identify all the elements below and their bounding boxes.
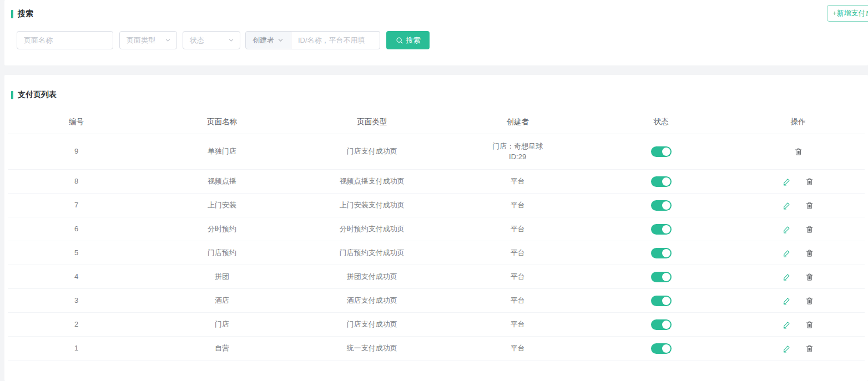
row-id: 8 xyxy=(8,176,145,187)
status-toggle[interactable] xyxy=(651,296,672,306)
row-creator-cell: 平台 xyxy=(445,319,590,330)
status-select[interactable]: 状态 xyxy=(183,31,240,49)
row-id: 3 xyxy=(8,296,145,306)
search-form: 页面类型 状态 创建者 搜索 xyxy=(17,31,430,49)
chevron-down-icon xyxy=(228,37,234,43)
toggle-knob xyxy=(662,344,670,353)
delete-button[interactable] xyxy=(805,177,814,186)
row-page-name: 门店 xyxy=(145,319,299,330)
column-header-type: 页面类型 xyxy=(299,116,445,128)
table-row: 8 视频点播 视频点播支付成功页 平台 xyxy=(8,170,865,194)
delete-button[interactable] xyxy=(805,297,814,305)
delete-button[interactable] xyxy=(805,321,814,329)
row-creator: 平台 xyxy=(511,344,525,352)
row-page-type: 统一支付成功页 xyxy=(299,343,445,354)
delete-button[interactable] xyxy=(805,225,814,233)
row-creator-cell: 平台 xyxy=(445,176,590,187)
edit-button[interactable] xyxy=(783,297,791,305)
row-page-name: 上门安装 xyxy=(145,200,299,211)
status-toggle[interactable] xyxy=(651,272,672,282)
row-page-type: 门店预约支付成功页 xyxy=(299,248,445,258)
add-payment-page-button[interactable]: +新增支付成功 xyxy=(827,5,868,22)
status-toggle[interactable] xyxy=(651,200,672,211)
edit-button[interactable] xyxy=(783,249,791,257)
status-toggle[interactable] xyxy=(651,146,672,157)
search-button[interactable]: 搜索 xyxy=(386,31,430,49)
row-creator: 门店：奇想星球 xyxy=(492,142,543,150)
delete-button[interactable] xyxy=(805,201,814,210)
edit-button[interactable] xyxy=(783,201,791,210)
toggle-knob xyxy=(662,273,670,281)
row-status-cell xyxy=(591,146,732,157)
page-type-select[interactable]: 页面类型 xyxy=(119,31,177,49)
trash-icon xyxy=(805,273,814,281)
row-page-type: 门店支付成功页 xyxy=(299,319,445,330)
column-header-name: 页面名称 xyxy=(145,116,299,128)
status-toggle[interactable] xyxy=(651,319,672,330)
trash-icon xyxy=(805,201,814,210)
edit-icon xyxy=(783,177,791,186)
search-button-label: 搜索 xyxy=(406,35,421,45)
edit-button[interactable] xyxy=(783,225,791,233)
keyword-input[interactable] xyxy=(291,31,380,49)
row-creator-cell: 平台 xyxy=(445,248,590,258)
trash-icon xyxy=(805,321,814,329)
row-id: 4 xyxy=(8,272,145,282)
status-toggle[interactable] xyxy=(651,248,672,258)
creator-select[interactable]: 创建者 xyxy=(245,31,291,49)
table-row: 6 分时预约 分时预约支付成功页 平台 xyxy=(8,217,865,241)
row-id: 7 xyxy=(8,200,145,211)
trash-icon xyxy=(805,297,814,305)
list-title-text: 支付页列表 xyxy=(18,90,57,100)
edit-button[interactable] xyxy=(783,344,791,353)
row-id: 5 xyxy=(8,248,145,258)
row-page-type: 拼团支付成功页 xyxy=(299,272,445,282)
edit-button[interactable] xyxy=(783,321,791,329)
table-row: 7 上门安装 上门安装支付成功页 平台 xyxy=(8,194,865,217)
search-section-title: 搜索 xyxy=(11,9,33,19)
accent-bar xyxy=(11,10,13,18)
delete-button[interactable] xyxy=(805,249,814,257)
row-ops-cell xyxy=(732,177,865,186)
accent-bar xyxy=(11,91,13,99)
row-id: 2 xyxy=(8,319,145,330)
status-toggle[interactable] xyxy=(651,343,672,354)
row-creator: 平台 xyxy=(511,296,525,304)
edit-button[interactable] xyxy=(783,273,791,281)
toggle-knob xyxy=(662,201,670,210)
edit-button[interactable] xyxy=(783,177,791,186)
delete-button[interactable] xyxy=(805,344,814,353)
toggle-knob xyxy=(662,148,670,156)
toggle-knob xyxy=(662,249,670,257)
status-toggle[interactable] xyxy=(651,176,672,187)
delete-button[interactable] xyxy=(794,148,803,156)
search-icon xyxy=(396,37,403,44)
table-row: 3 酒店 酒店支付成功页 平台 xyxy=(8,289,865,313)
trash-icon xyxy=(805,344,814,353)
delete-button[interactable] xyxy=(805,273,814,281)
row-creator: 平台 xyxy=(511,320,525,328)
row-creator: 平台 xyxy=(511,248,525,257)
toggle-knob xyxy=(662,297,670,305)
page-name-input[interactable] xyxy=(17,31,113,49)
row-creator-cell: 平台 xyxy=(445,200,590,211)
row-id: 6 xyxy=(8,224,145,235)
table-body: 9 单独门店 门店支付成功页 门店：奇想星球 ID:29 xyxy=(8,134,865,360)
row-ops-cell xyxy=(732,249,865,257)
row-creator-cell: 平台 xyxy=(445,296,590,306)
row-ops-cell xyxy=(732,148,865,156)
row-creator: 平台 xyxy=(511,225,525,233)
edit-icon xyxy=(783,225,791,233)
row-creator: 平台 xyxy=(511,272,525,281)
status-toggle[interactable] xyxy=(651,224,672,235)
trash-icon xyxy=(805,249,814,257)
table-row: 1 自营 统一支付成功页 平台 xyxy=(8,337,865,360)
row-creator-cell: 平台 xyxy=(445,224,590,235)
edit-icon xyxy=(783,273,791,281)
edit-icon xyxy=(783,344,791,353)
row-ops-cell xyxy=(732,201,865,210)
page: { "colors": { "accent": "#2abd96", "togg… xyxy=(0,0,868,381)
table-row: 9 单独门店 门店支付成功页 门店：奇想星球 ID:29 xyxy=(8,134,865,170)
row-status-cell xyxy=(591,223,732,234)
trash-icon xyxy=(794,148,803,156)
